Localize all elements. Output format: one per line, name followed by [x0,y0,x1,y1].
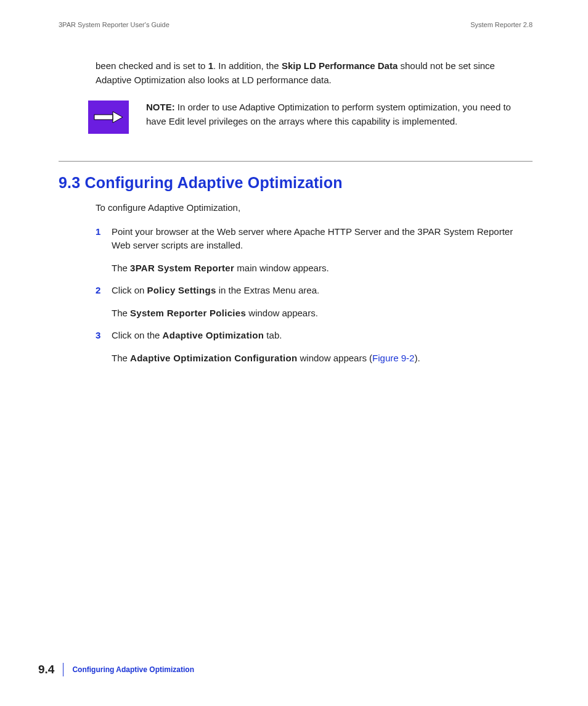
step-bold: Adaptive Optimization [163,330,264,340]
step-bold: Adaptive Optimization Configuration [130,353,297,363]
note-body: In order to use Adaptive Optimization to… [146,102,511,126]
step-text: window appears. [246,308,318,318]
svg-rect-0 [94,115,113,120]
intro-bold-2: Skip LD Performance Data [282,60,398,71]
step-text: tab. [264,330,282,340]
step-text: Point your browser at the Web server whe… [112,226,513,251]
step-text: The [112,353,130,363]
step-text: The [112,308,130,318]
svg-marker-1 [113,112,123,123]
header-left: 3PAR System Reporter User's Guide [59,21,169,28]
footer-title: Configuring Adaptive Optimization [72,665,194,674]
running-header: 3PAR System Reporter User's Guide System… [59,21,533,28]
section-heading: 9.3 Configuring Adaptive Optimization [59,174,533,192]
step-text: window appears ( [297,353,372,363]
intro-bold-1: 1 [208,60,213,71]
figure-link[interactable]: Figure 9-2 [372,353,414,363]
step-2: Click on Policy Settings in the Extras M… [96,284,533,320]
intro-text: been checked and is set to [96,60,208,71]
footer-divider [63,663,63,676]
section-lead: To configure Adaptive Optimization, [96,201,533,215]
intro-text: . In addition, the [213,60,282,71]
note-block: NOTE: In order to use Adaptive Optimizat… [88,101,533,134]
step-text: Click on the [112,330,163,340]
page-footer: 9.4 Configuring Adaptive Optimization [38,663,194,676]
step-1: Point your browser at the Web server whe… [96,225,533,276]
step-bold: 3PAR System Reporter [130,263,234,273]
note-label: NOTE: [146,102,175,112]
step-3: Click on the Adaptive Optimization tab. … [96,329,533,365]
arrow-right-icon [88,101,129,134]
note-text: NOTE: In order to use Adaptive Optimizat… [146,101,533,134]
step-text: main window appears. [234,263,329,273]
section-divider [59,161,533,162]
steps-list: Point your browser at the Web server whe… [96,225,533,366]
page-number: 9.4 [38,663,54,676]
step-bold: Policy Settings [147,285,216,295]
intro-paragraph: been checked and is set to 1. In additio… [96,59,533,87]
header-right: System Reporter 2.8 [470,21,533,28]
step-text: The [112,263,130,273]
step-bold: System Reporter Policies [130,308,246,318]
step-text: Click on [112,285,147,295]
step-text: in the Extras Menu area. [216,285,320,295]
step-text: ). [414,353,420,363]
